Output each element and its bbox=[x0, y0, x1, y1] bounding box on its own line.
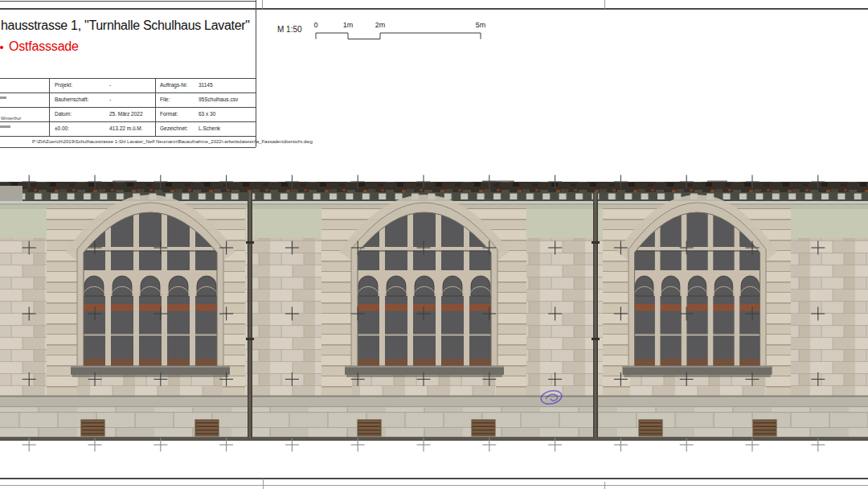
arched-window-1 bbox=[71, 191, 230, 377]
dwg-file-path: P:\ZH\Zuerich\2019\Schulhausstrasse 1-SH… bbox=[32, 136, 252, 147]
field-label-file: File: bbox=[160, 92, 170, 107]
facade-subtitle: Ostfasssade bbox=[9, 39, 79, 54]
subtitle-bullet bbox=[0, 46, 3, 49]
field-value-bauherrschaft: - bbox=[109, 92, 111, 107]
field-label-format: Format: bbox=[160, 107, 178, 121]
plinth bbox=[0, 408, 868, 438]
facade-orthophoto-drawing bbox=[0, 0, 868, 489]
scale-tick-2m: 2m bbox=[375, 21, 386, 29]
field-value-datum: 25. März 2022 bbox=[109, 107, 143, 121]
facade-photo bbox=[0, 181, 868, 442]
field-label-projekt: Projekt: bbox=[55, 78, 72, 92]
drawing-sheet: hausstrasse 1, "Turnhalle Schulhaus Lava… bbox=[0, 0, 868, 489]
scale-tick-0: 0 bbox=[313, 21, 317, 29]
arched-window-2 bbox=[345, 191, 504, 377]
field-value-nullpunkt: 413.22 m.ü.M. bbox=[109, 121, 143, 136]
field-value-file: 95Schulhaus.csv bbox=[199, 92, 238, 107]
field-value-gezeichnet: L.Schenk bbox=[199, 121, 220, 136]
field-label-auftragsnr: Auftrags-Nr. bbox=[160, 78, 188, 92]
scale-tick-5m: 5m bbox=[476, 21, 486, 29]
field-label-gezeichnet: Gezeichnet: bbox=[160, 121, 188, 136]
field-value-auftragsnr: 31145 bbox=[199, 78, 213, 92]
field-value-projekt: - bbox=[109, 78, 111, 92]
field-label-bauherrschaft: Bauherrschaft: bbox=[55, 92, 88, 107]
company-text-fragment bbox=[0, 97, 6, 99]
company-city: Winterthur bbox=[1, 116, 21, 121]
arched-window-3 bbox=[622, 191, 772, 377]
field-label-nullpunkt: ±0.00: bbox=[55, 121, 69, 136]
string-course bbox=[0, 396, 868, 408]
scale-bar bbox=[316, 33, 481, 39]
field-value-format: 63 x 30 bbox=[199, 107, 215, 121]
company-text-fragment bbox=[0, 125, 10, 128]
scale-label: M 1:50 bbox=[277, 25, 302, 34]
drawing-title: hausstrasse 1, "Turnhalle Schulhaus Lava… bbox=[1, 18, 250, 33]
ground-line bbox=[0, 438, 868, 441]
field-label-datum: Datum: bbox=[55, 107, 72, 121]
scale-tick-1m: 1m bbox=[343, 21, 354, 29]
